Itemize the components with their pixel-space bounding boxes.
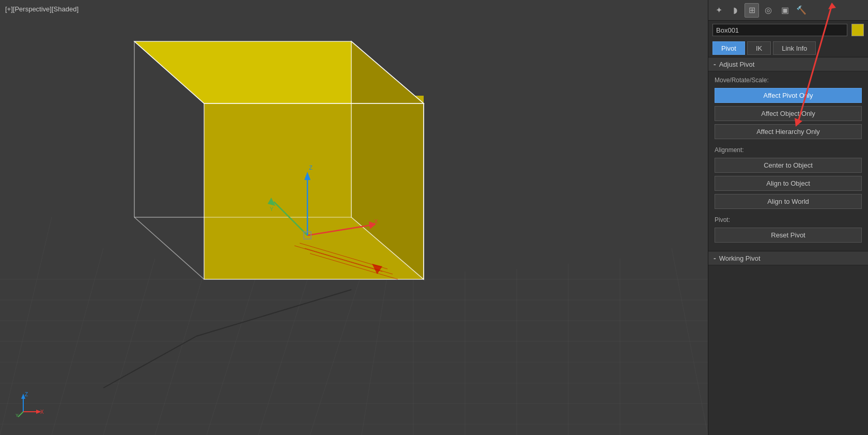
curve-icon[interactable]: ◗ bbox=[728, 3, 742, 18]
affect-pivot-only-button[interactable]: Affect Pivot Only bbox=[715, 88, 862, 103]
svg-text:Y: Y bbox=[270, 206, 274, 212]
object-name-row bbox=[708, 21, 868, 39]
pivot-label: Pivot: bbox=[715, 216, 862, 223]
svg-text:Z: Z bbox=[25, 392, 28, 397]
align-to-world-button[interactable]: Align to World bbox=[715, 194, 862, 209]
axis-indicator: Z X Y bbox=[16, 388, 47, 419]
tab-link-info[interactable]: Link Info bbox=[773, 41, 816, 55]
working-pivot-title: Working Pivot bbox=[719, 254, 761, 262]
tab-row: Pivot IK Link Info bbox=[708, 39, 868, 57]
panel-toolbar: ✦ ◗ ⊞ ◎ ▣ 🔨 bbox=[708, 0, 868, 21]
adjust-pivot-title: Adjust Pivot bbox=[719, 61, 755, 68]
collapse-icon: - bbox=[714, 60, 716, 68]
tab-ik[interactable]: IK bbox=[747, 41, 771, 55]
affect-object-only-button[interactable]: Affect Object Only bbox=[715, 106, 862, 121]
adjust-pivot-header[interactable]: - Adjust Pivot bbox=[708, 57, 868, 71]
motion-icon[interactable]: ◎ bbox=[761, 3, 776, 18]
svg-line-57 bbox=[18, 412, 23, 417]
align-to-object-button[interactable]: Align to Object bbox=[715, 176, 862, 191]
svg-text:X: X bbox=[40, 409, 44, 415]
viewport[interactable]: [+][Perspective][Shaded] bbox=[0, 0, 708, 435]
working-pivot-header[interactable]: - Working Pivot bbox=[708, 251, 868, 265]
adjust-pivot-content: Move/Rotate/Scale: Affect Pivot Only Aff… bbox=[708, 71, 868, 251]
center-to-object-button[interactable]: Center to Object bbox=[715, 158, 862, 173]
move-rotate-scale-label: Move/Rotate/Scale: bbox=[715, 77, 862, 84]
svg-text:Z: Z bbox=[309, 164, 313, 171]
adjust-pivot-section: - Adjust Pivot Move/Rotate/Scale: Affect… bbox=[708, 57, 868, 251]
reset-pivot-button[interactable]: Reset Pivot bbox=[715, 228, 862, 243]
working-pivot-collapse-icon: - bbox=[714, 254, 716, 262]
affect-hierarchy-only-button[interactable]: Affect Hierarchy Only bbox=[715, 124, 862, 139]
working-pivot-section: - Working Pivot bbox=[708, 251, 868, 265]
object-name-input[interactable] bbox=[712, 24, 847, 36]
alignment-label: Alignment: bbox=[715, 146, 862, 154]
utilities-icon[interactable]: 🔨 bbox=[794, 3, 809, 18]
object-color-swatch[interactable] bbox=[851, 24, 864, 36]
right-panel: ✦ ◗ ⊞ ◎ ▣ 🔨 Pivot IK Link Info - Adjust … bbox=[708, 0, 868, 435]
viewport-label: [+][Perspective][Shaded] bbox=[5, 5, 79, 13]
star-icon[interactable]: ✦ bbox=[711, 3, 726, 18]
viewport-canvas: Y Z X bbox=[0, 0, 708, 435]
svg-text:X: X bbox=[374, 218, 378, 224]
hierarchy-icon[interactable]: ⊞ bbox=[745, 3, 759, 18]
tab-pivot[interactable]: Pivot bbox=[712, 41, 745, 55]
svg-text:Y: Y bbox=[16, 413, 19, 418]
display-icon[interactable]: ▣ bbox=[778, 3, 792, 18]
